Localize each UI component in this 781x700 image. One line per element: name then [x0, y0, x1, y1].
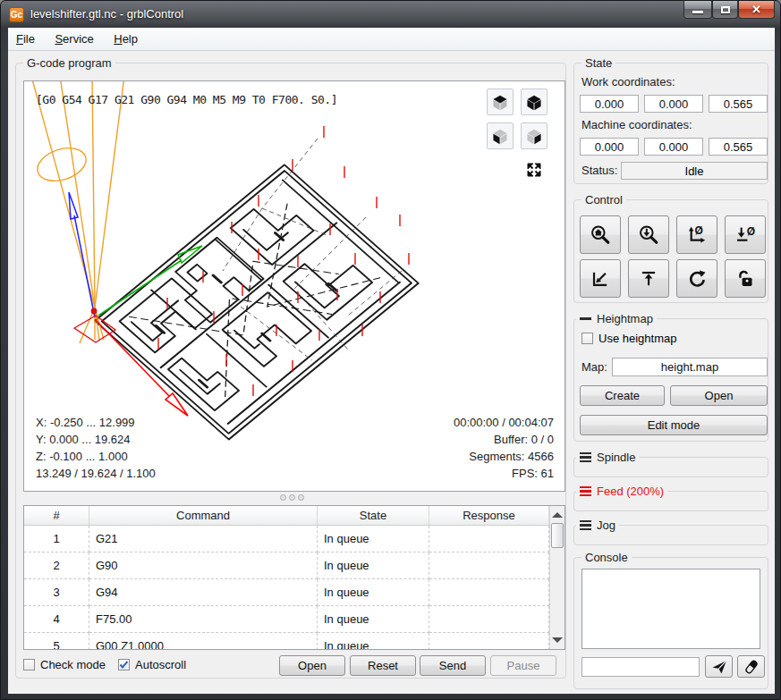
view-left-button[interactable]	[521, 122, 548, 149]
table-row[interactable]: 5 G00 Z1.0000 In queue	[24, 633, 565, 650]
jog-title-row[interactable]: Jog	[576, 519, 619, 532]
spindle-title-row[interactable]: Spindle	[576, 451, 639, 464]
heightmap-open-button[interactable]: Open	[670, 385, 768, 406]
cell-command: G94	[89, 579, 318, 606]
unlock-button[interactable]	[725, 259, 766, 298]
console-group: Console	[573, 557, 768, 689]
table-row[interactable]: 1 G21 In queue	[24, 526, 565, 552]
size-readout: 13.249 / 19.624 / 1.100	[36, 465, 156, 482]
reset-grbl-button[interactable]	[676, 259, 717, 298]
reset-icon	[686, 268, 708, 290]
use-heightmap-row[interactable]: Use heightmap	[582, 332, 676, 345]
view-front-button[interactable]	[487, 122, 514, 149]
hamburger-icon[interactable]	[580, 520, 591, 530]
collapse-icon[interactable]	[580, 317, 591, 320]
work-y-field: 0.000	[644, 95, 703, 113]
cube-isometric-icon	[525, 93, 543, 111]
table-row[interactable]: 4 F75.00 In queue	[24, 606, 565, 633]
hamburger-icon[interactable]	[580, 452, 591, 462]
col-header-response[interactable]: Response	[429, 506, 549, 525]
send-button[interactable]: Send	[420, 655, 486, 676]
gcode-3d-viewport[interactable]: [G0 G54 G17 G21 G90 G94 M0 M5 M9 T0 F700…	[23, 80, 565, 492]
bounds-readout: X: -0.250 ... 12.999 Y: 0.000 ... 19.624…	[36, 414, 156, 482]
scroll-up-icon[interactable]	[552, 512, 563, 518]
cell-response	[429, 606, 549, 633]
autoscroll-label: Autoscroll	[135, 658, 186, 671]
autoscroll-row[interactable]: Autoscroll	[118, 658, 186, 671]
console-input[interactable]	[582, 657, 700, 677]
cell-command: F75.00	[89, 606, 318, 633]
status-badge: Idle	[621, 162, 768, 180]
feed-panel: Feed (200%)	[573, 491, 768, 511]
menu-service[interactable]: Service	[47, 28, 101, 50]
x-range: X: -0.250 ... 12.999	[36, 414, 156, 431]
view-isometric-button[interactable]	[521, 89, 548, 115]
command-table[interactable]: # Command State Response 1 G21 In queue …	[23, 505, 565, 650]
map-file-field[interactable]: height.map	[612, 358, 768, 376]
feed-title-row[interactable]: Feed (200%)	[576, 485, 667, 498]
minimize-icon	[692, 11, 703, 13]
hamburger-icon[interactable]	[580, 486, 591, 496]
cell-command: G00 Z1.0000	[89, 633, 318, 650]
gcode-header-line: [G0 G54 G17 G21 G90 G94 M0 M5 M9 T0 F700…	[36, 93, 337, 106]
close-button[interactable]: ✕	[738, 1, 775, 19]
col-header-command[interactable]: Command	[89, 506, 318, 525]
zero-z-button[interactable]: Ø	[725, 215, 766, 254]
client-area: File Service Help G-code program	[8, 28, 775, 694]
scroll-down-icon[interactable]	[552, 637, 563, 643]
view-top-button[interactable]	[487, 89, 514, 115]
restore-origin-button[interactable]	[580, 259, 621, 298]
check-mode-checkbox[interactable]	[23, 659, 35, 670]
jog-title: Jog	[597, 519, 615, 532]
console-clear-button[interactable]	[737, 655, 765, 678]
console-send-button[interactable]	[705, 655, 733, 678]
gcode-group-title: G-code program	[23, 56, 115, 70]
heightmap-edit-mode-button[interactable]: Edit mode	[580, 415, 768, 435]
search-z-probe-icon	[638, 224, 659, 246]
cell-state: In queue	[318, 552, 429, 579]
reset-button[interactable]: Reset	[350, 655, 416, 676]
col-header-state[interactable]: State	[318, 506, 429, 525]
heightmap-group: Heightmap Use heightmap Map: height.map …	[573, 318, 768, 442]
check-mode-label: Check mode	[40, 658, 106, 671]
cell-response	[429, 579, 549, 606]
zero-xy-icon: Ø	[686, 224, 708, 246]
machine-x-field: 0.000	[580, 138, 639, 156]
menu-help[interactable]: Help	[106, 28, 146, 50]
autoscroll-checkbox[interactable]	[118, 659, 130, 670]
spindle-title: Spindle	[597, 451, 635, 464]
titlebar[interactable]: Gc levelshifter.gtl.nc - grblControl ✕	[1, 1, 780, 28]
table-row[interactable]: 3 G94 In queue	[24, 579, 565, 606]
cell-response	[429, 526, 549, 552]
status-label: Status:	[582, 164, 617, 177]
safe-position-icon	[638, 268, 659, 290]
col-header-number[interactable]: #	[24, 506, 89, 525]
table-scrollbar[interactable]	[549, 506, 565, 649]
state-group-title: State	[582, 56, 615, 70]
maximize-button[interactable]	[712, 1, 738, 19]
z-probe-button[interactable]	[628, 215, 669, 254]
map-label: Map:	[582, 360, 607, 374]
work-z-field: 0.565	[709, 95, 768, 113]
safe-position-button[interactable]	[628, 259, 669, 298]
view-fit-button[interactable]	[521, 156, 548, 183]
table-row[interactable]: 2 G90 In queue	[24, 552, 565, 579]
cell-number: 5	[24, 633, 89, 650]
check-mode-row[interactable]: Check mode	[23, 658, 106, 671]
cell-number: 1	[24, 526, 89, 552]
heightmap-create-button[interactable]: Create	[580, 385, 665, 406]
spindle-panel: Spindle	[573, 457, 768, 477]
zero-xy-button[interactable]: Ø	[676, 215, 717, 254]
open-file-button[interactable]: Open	[279, 655, 345, 676]
console-output[interactable]	[582, 569, 760, 649]
unlock-icon	[734, 268, 756, 290]
menu-file[interactable]: File	[8, 28, 43, 50]
minimize-button[interactable]	[683, 1, 712, 19]
search-home-button[interactable]	[580, 215, 621, 254]
splitter-handle[interactable]	[16, 494, 567, 503]
scrollbar-thumb[interactable]	[551, 523, 564, 548]
control-group: Control	[573, 199, 768, 303]
heightmap-group-title-row[interactable]: Heightmap	[576, 312, 657, 325]
use-heightmap-checkbox[interactable]	[582, 333, 593, 344]
menu-bar: File Service Help	[8, 28, 775, 51]
